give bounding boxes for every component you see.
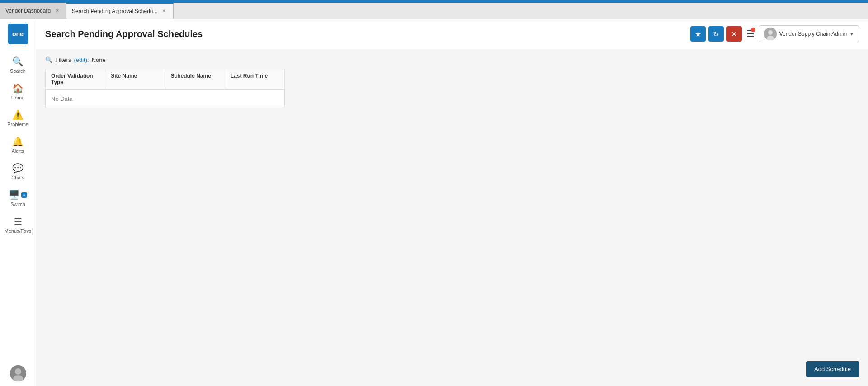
hamburger-menu-button[interactable]: ☰ (745, 27, 756, 41)
sidebar-item-problems[interactable]: ⚠️ Problems (0, 105, 36, 132)
table-body: No Data (46, 90, 284, 108)
tab-search-pending-close[interactable]: ✕ (160, 8, 168, 15)
sidebar-item-alerts[interactable]: 🔔 Alerts (0, 132, 36, 158)
sidebar-item-home[interactable]: 🏠 Home (0, 78, 36, 105)
tab-search-pending[interactable]: Search Pending Approval Schedu... ✕ (66, 3, 173, 19)
sidebar-item-home-label: Home (11, 95, 24, 100)
tab-bar: Vendor Dashboard ✕ Search Pending Approv… (0, 3, 868, 19)
sidebar-item-problems-label: Problems (7, 122, 28, 127)
content-area: Search Pending Approval Schedules ★ ↻ ✕ … (36, 19, 868, 386)
notification-dot (751, 28, 755, 32)
tab-vendor-dashboard-label: Vendor Dashboard (5, 8, 51, 14)
sidebar-item-chats[interactable]: 💬 Chats (0, 158, 36, 185)
no-data-label: No Data (51, 95, 73, 102)
filters-label: Filters (55, 56, 71, 63)
filter-edit-link[interactable]: (edit): (74, 56, 89, 63)
dropdown-arrow-icon: ▼ (849, 32, 854, 37)
switch-badge: ≡ (21, 192, 27, 198)
sidebar-item-search-label: Search (10, 68, 26, 74)
bell-icon: 🔔 (12, 136, 24, 147)
user-dropdown[interactable]: Vendor Supply Chain Admin ▼ (759, 25, 859, 42)
add-schedule-button[interactable]: Add Schedule (806, 361, 859, 377)
column-schedule-name: Schedule Name (165, 69, 225, 89)
filters-value: None (92, 56, 106, 63)
user-avatar-sidebar[interactable] (10, 365, 26, 381)
data-table: Order Validation Type Site Name Schedule… (45, 69, 285, 108)
toolbar-buttons: ★ ↻ ✕ ☰ Vendor Supply Chain Adm (690, 25, 859, 42)
svg-point-4 (768, 30, 773, 35)
user-name: Vendor Supply Chain Admin (779, 31, 847, 37)
sidebar-item-menus-favs[interactable]: ☰ Menus/Favs (0, 212, 36, 238)
content-header: Search Pending Approval Schedules ★ ↻ ✕ … (36, 19, 868, 49)
tab-vendor-dashboard[interactable]: Vendor Dashboard ✕ (0, 3, 66, 19)
sidebar-item-switch[interactable]: 🖥️ ≡ Switch (0, 185, 36, 212)
sidebar-item-chats-label: Chats (11, 175, 24, 180)
table-header: Order Validation Type Site Name Schedule… (46, 69, 284, 90)
sidebar: one 🔍 Search 🏠 Home ⚠️ Problems 🔔 Alerts… (0, 19, 36, 386)
menu-icon: ☰ (14, 216, 22, 227)
filters-bar: 🔍 Filters (edit): None (45, 56, 859, 63)
sidebar-item-alerts-label: Alerts (11, 148, 24, 154)
sidebar-item-menus-favs-label: Menus/Favs (5, 228, 32, 234)
close-button[interactable]: ✕ (726, 26, 742, 42)
warning-icon: ⚠️ (12, 109, 24, 120)
page-title: Search Pending Approval Schedules (45, 29, 690, 39)
column-order-validation-type: Order Validation Type (46, 69, 105, 89)
column-site-name: Site Name (105, 69, 165, 89)
chat-icon: 💬 (12, 163, 24, 174)
home-icon: 🏠 (12, 83, 24, 94)
refresh-button[interactable]: ↻ (708, 26, 724, 42)
logo[interactable]: one (8, 24, 28, 44)
sidebar-item-switch-label: Switch (10, 202, 25, 207)
main-layout: one 🔍 Search 🏠 Home ⚠️ Problems 🔔 Alerts… (0, 19, 868, 386)
filter-search-icon: 🔍 (45, 56, 52, 63)
tab-search-pending-label: Search Pending Approval Schedu... (72, 8, 157, 14)
main-content: 🔍 Filters (edit): None Order Validation … (36, 49, 868, 386)
svg-point-1 (15, 368, 21, 375)
favorite-button[interactable]: ★ (690, 26, 706, 42)
sidebar-item-search[interactable]: 🔍 Search (0, 52, 36, 78)
tab-vendor-dashboard-close[interactable]: ✕ (53, 7, 61, 14)
column-last-run-time: Last Run Time (225, 69, 284, 89)
user-avatar-header (764, 28, 777, 40)
switch-icon: 🖥️ (9, 189, 20, 200)
logo-text: one (12, 30, 24, 38)
search-icon: 🔍 (12, 56, 24, 67)
